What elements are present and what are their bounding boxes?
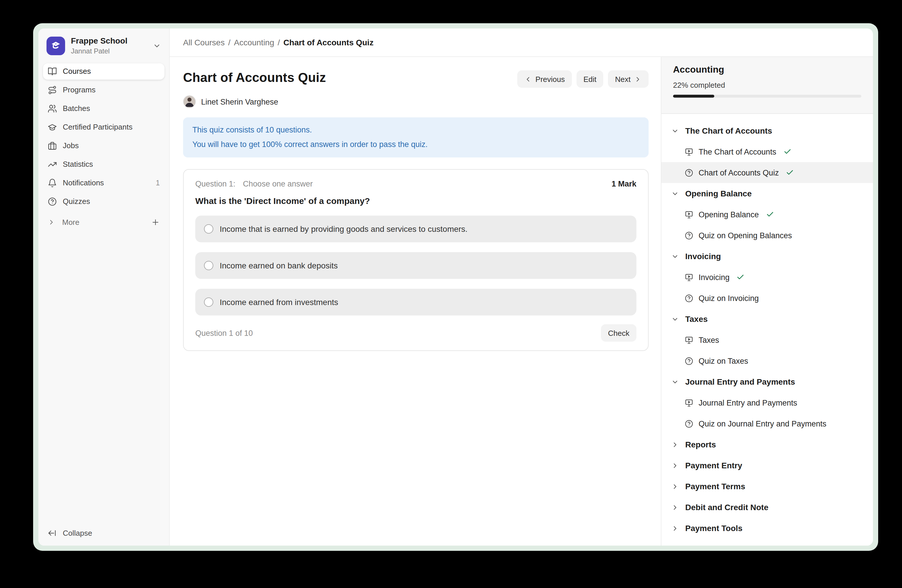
- next-button[interactable]: Next: [608, 70, 648, 88]
- quiz-notice-banner: This quiz consists of 10 questions. You …: [183, 117, 648, 158]
- sidebar-item-certified-participants[interactable]: Certified Participants: [43, 119, 164, 135]
- app-window: Frappe School Jannat Patel Courses Progr…: [33, 23, 878, 551]
- chapter-payment-entry[interactable]: Payment Entry: [661, 455, 873, 476]
- chevron-down-icon: [671, 252, 679, 260]
- chapter-debit-and-credit-note[interactable]: Debit and Credit Note: [661, 497, 873, 518]
- chapter-title: Invoicing: [685, 252, 721, 261]
- chevron-right-icon: [671, 441, 679, 448]
- chevron-right-icon: [48, 218, 55, 226]
- chapter-payment-tools[interactable]: Payment Tools: [661, 518, 873, 539]
- answer-option-label: Income that is earned by providing goods…: [220, 224, 468, 234]
- course-outline-header: Accounting 22% completed: [661, 57, 873, 114]
- lesson-item-current[interactable]: Chart of Accounts Quiz: [661, 162, 873, 183]
- lesson-label: Quiz on Journal Entry and Payments: [698, 419, 827, 428]
- page-title: Chart of Accounts Quiz: [183, 70, 326, 85]
- course-progress-fill: [673, 95, 714, 98]
- chapter-the-chart-of-accounts[interactable]: The Chart of Accounts: [661, 120, 873, 141]
- sidebar-item-notifications[interactable]: Notifications 1: [43, 175, 164, 191]
- sidebar-collapse-button[interactable]: Collapse: [38, 521, 169, 546]
- check-icon: [737, 273, 745, 281]
- lesson-item[interactable]: Invoicing: [661, 267, 873, 288]
- check-button[interactable]: Check: [601, 324, 636, 342]
- sidebar-item-label: Statistics: [63, 160, 93, 169]
- presentation-play-icon: [684, 147, 693, 156]
- help-circle-icon: [48, 197, 57, 206]
- edit-button[interactable]: Edit: [576, 70, 604, 88]
- radio-button[interactable]: [204, 224, 213, 234]
- presentation-play-icon: [684, 336, 693, 344]
- sidebar-item-statistics[interactable]: Statistics: [43, 156, 164, 172]
- radio-button[interactable]: [204, 261, 213, 270]
- chapter-payment-terms[interactable]: Payment Terms: [661, 476, 873, 497]
- presentation-play-icon: [684, 398, 693, 407]
- lesson-item[interactable]: Quiz on Taxes: [661, 350, 873, 371]
- briefcase-icon: [48, 141, 57, 150]
- course-title: Accounting: [673, 64, 861, 75]
- sidebar-item-quizzes[interactable]: Quizzes: [43, 193, 164, 210]
- lesson-label: Quiz on Invoicing: [698, 294, 759, 302]
- workspace-switcher[interactable]: Frappe School Jannat Patel: [38, 28, 169, 62]
- sidebar-item-courses[interactable]: Courses: [43, 63, 164, 79]
- answer-option[interactable]: Income earned on bank deposits: [195, 252, 636, 279]
- chevron-down-icon: [671, 190, 679, 197]
- help-circle-icon: [684, 231, 693, 240]
- lesson-item[interactable]: The Chart of Accounts: [661, 141, 873, 162]
- radio-button[interactable]: [204, 297, 213, 307]
- chapter-title: Taxes: [685, 314, 708, 324]
- chapter-title: The Chart of Accounts: [685, 126, 772, 135]
- chevron-right-icon: [634, 75, 642, 83]
- frappe-school-logo: [47, 37, 65, 55]
- sidebar-item-label: Quizzes: [63, 197, 90, 206]
- answer-option-label: Income earned on bank deposits: [220, 261, 338, 270]
- sidebar-item-label: Courses: [63, 67, 91, 75]
- breadcrumb-accounting[interactable]: Accounting: [234, 38, 274, 47]
- breadcrumb-all-courses[interactable]: All Courses: [183, 38, 225, 47]
- lesson-label: Opening Balance: [698, 210, 759, 219]
- workspace-info: Frappe School Jannat Patel: [71, 36, 127, 55]
- lesson-item[interactable]: Taxes: [661, 330, 873, 350]
- lesson-label: Taxes: [698, 336, 719, 344]
- workspace-title: Frappe School: [71, 36, 127, 46]
- chapter-journal-entry-and-payments[interactable]: Journal Entry and Payments: [661, 371, 873, 392]
- chapter-opening-balance[interactable]: Opening Balance: [661, 183, 873, 204]
- lesson-item[interactable]: Journal Entry and Payments: [661, 392, 873, 413]
- check-icon: [786, 169, 794, 177]
- question-number: Question 1:: [195, 180, 235, 188]
- sidebar-item-jobs[interactable]: Jobs: [43, 138, 164, 154]
- notifications-count-badge: 1: [156, 179, 160, 187]
- answer-option[interactable]: Income that is earned by providing goods…: [195, 216, 636, 242]
- chapter-reports[interactable]: Reports: [661, 434, 873, 455]
- lesson-item[interactable]: Quiz on Opening Balances: [661, 225, 873, 246]
- lms-app: Frappe School Jannat Patel Courses Progr…: [38, 28, 873, 546]
- chapter-invoicing[interactable]: Invoicing: [661, 246, 873, 267]
- sidebar-menu: Courses Programs Batches Certified Parti…: [38, 62, 169, 212]
- presentation-play-icon: [684, 273, 693, 281]
- lesson-item[interactable]: Opening Balance: [661, 204, 873, 225]
- course-progress-label: 22% completed: [673, 81, 861, 89]
- chevron-right-icon: [671, 461, 679, 469]
- sidebar-more-toggle[interactable]: More: [38, 212, 169, 232]
- left-sidebar: Frappe School Jannat Patel Courses Progr…: [38, 28, 170, 546]
- sidebar-item-programs[interactable]: Programs: [43, 81, 164, 98]
- chevron-right-icon: [671, 524, 679, 532]
- sidebar-collapse-label: Collapse: [63, 529, 92, 538]
- lesson-item[interactable]: Quiz on Invoicing: [661, 288, 873, 308]
- question-card: Question 1: Choose one answer 1 Mark Wha…: [183, 169, 648, 351]
- chapter-title: Journal Entry and Payments: [685, 377, 795, 386]
- question-text: What is the 'Direct Income' of a company…: [195, 196, 636, 206]
- chevron-down-icon[interactable]: [153, 42, 161, 50]
- course-outline-panel: Accounting 22% completed The Chart of Ac…: [661, 57, 873, 546]
- plus-icon[interactable]: [151, 217, 160, 226]
- lesson-label: Quiz on Taxes: [698, 357, 748, 365]
- chapter-taxes[interactable]: Taxes: [661, 308, 873, 330]
- sidebar-spacer: [38, 232, 169, 521]
- notice-line: This quiz consists of 10 questions.: [193, 123, 639, 138]
- sidebar-item-batches[interactable]: Batches: [43, 100, 164, 116]
- body-row: Chart of Accounts Quiz Previous Edit: [170, 57, 873, 546]
- screen: Frappe School Jannat Patel Courses Progr…: [0, 0, 902, 588]
- help-circle-icon: [684, 294, 693, 302]
- answer-option[interactable]: Income earned from investments: [195, 289, 636, 316]
- lesson-item[interactable]: Quiz on Journal Entry and Payments: [661, 413, 873, 434]
- presentation-play-icon: [684, 210, 693, 219]
- previous-button[interactable]: Previous: [518, 70, 572, 88]
